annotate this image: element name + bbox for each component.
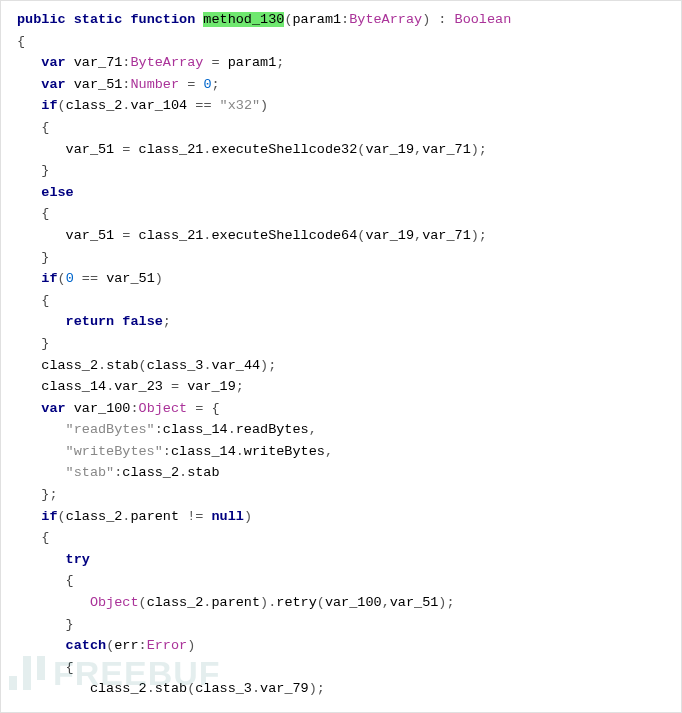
- code-token: [130, 228, 138, 243]
- code-line: class_2.stab(class_3.var_79);: [17, 678, 677, 700]
- code-token: executeShellcode32: [211, 142, 357, 157]
- code-line: {: [17, 527, 677, 549]
- code-token: 0: [203, 77, 211, 92]
- code-token: (: [58, 271, 66, 286]
- code-token: [17, 142, 66, 157]
- code-token: :: [341, 12, 349, 27]
- code-token: var: [41, 401, 65, 416]
- code-token: "stab": [66, 465, 115, 480]
- code-token: try: [66, 552, 90, 567]
- code-token: [17, 638, 66, 653]
- code-token: [211, 98, 219, 113]
- code-token: var_51: [74, 77, 123, 92]
- code-token: [163, 379, 171, 394]
- code-token: [17, 336, 41, 351]
- code-token: [66, 12, 74, 27]
- code-token: catch: [66, 638, 107, 653]
- code-line: {: [17, 203, 677, 225]
- code-token: [17, 681, 90, 696]
- code-token: var_100: [325, 595, 382, 610]
- code-token: .: [98, 358, 106, 373]
- code-token: ==: [82, 271, 98, 286]
- code-token: class_21: [139, 228, 204, 243]
- code-token: Object: [139, 401, 188, 416]
- code-token: [17, 530, 41, 545]
- code-token: [17, 422, 66, 437]
- code-token: if: [41, 509, 57, 524]
- code-token: class_2: [41, 358, 98, 373]
- code-token: public: [17, 12, 66, 27]
- code-token: ): [260, 98, 268, 113]
- code-token: [17, 55, 41, 70]
- code-token: :: [130, 401, 138, 416]
- code-line: }: [17, 160, 677, 182]
- code-line: var var_100:Object = {: [17, 398, 677, 420]
- code-token: ByteArray: [349, 12, 422, 27]
- code-line: try: [17, 549, 677, 571]
- code-token: ByteArray: [130, 55, 203, 70]
- code-line: {: [17, 290, 677, 312]
- code-token: [66, 77, 74, 92]
- code-token: {: [66, 660, 74, 675]
- code-token: method_130: [203, 12, 284, 27]
- code-token: [17, 77, 41, 92]
- code-line: "writeBytes":class_14.writeBytes,: [17, 441, 677, 463]
- code-token: [130, 142, 138, 157]
- code-token: [17, 314, 66, 329]
- code-token: ).: [260, 595, 276, 610]
- code-token: ,: [414, 142, 422, 157]
- code-listing: public static function method_130(param1…: [1, 1, 681, 708]
- code-line: {: [17, 570, 677, 592]
- code-token: var_51: [66, 228, 115, 243]
- code-token: );: [471, 142, 487, 157]
- code-token: readBytes: [236, 422, 309, 437]
- code-line: "readBytes":class_14.readBytes,: [17, 419, 677, 441]
- code-token: [446, 12, 454, 27]
- code-token: ): [187, 638, 195, 653]
- code-token: ;: [236, 379, 244, 394]
- code-token: class_2: [147, 595, 204, 610]
- code-token: 0: [66, 271, 74, 286]
- code-token: ,: [325, 444, 333, 459]
- code-token: static: [74, 12, 123, 27]
- code-token: [179, 509, 187, 524]
- code-token: var_19: [365, 228, 414, 243]
- code-token: var_79: [260, 681, 309, 696]
- code-token: (: [139, 595, 147, 610]
- code-token: [17, 379, 41, 394]
- code-token: err: [114, 638, 138, 653]
- code-token: if: [41, 98, 57, 113]
- code-line: "stab":class_2.stab: [17, 462, 677, 484]
- code-line: public static function method_130(param1…: [17, 9, 677, 31]
- code-token: {: [41, 120, 49, 135]
- code-token: {: [17, 34, 25, 49]
- code-line: }: [17, 614, 677, 636]
- code-token: [17, 444, 66, 459]
- code-token: [179, 379, 187, 394]
- code-token: var_71: [422, 142, 471, 157]
- code-token: (: [58, 98, 66, 113]
- code-token: Object: [90, 595, 139, 610]
- code-line: var var_71:ByteArray = param1;: [17, 52, 677, 74]
- code-line: if(class_2.parent != null): [17, 506, 677, 528]
- code-token: var_51: [106, 271, 155, 286]
- code-token: var_44: [211, 358, 260, 373]
- code-token: var_23: [114, 379, 163, 394]
- code-token: [17, 163, 41, 178]
- code-token: class_2: [66, 98, 123, 113]
- code-token: retry: [276, 595, 317, 610]
- code-token: !=: [187, 509, 203, 524]
- code-token: else: [41, 185, 73, 200]
- code-line: }: [17, 247, 677, 269]
- code-token: parent: [211, 595, 260, 610]
- code-token: .: [147, 681, 155, 696]
- code-line: }: [17, 333, 677, 355]
- code-token: false: [122, 314, 163, 329]
- code-token: [17, 617, 66, 632]
- code-token: class_21: [139, 142, 204, 157]
- code-token: if: [41, 271, 57, 286]
- code-token: var: [41, 55, 65, 70]
- code-token: [98, 271, 106, 286]
- code-token: [17, 206, 41, 221]
- code-line: {: [17, 117, 677, 139]
